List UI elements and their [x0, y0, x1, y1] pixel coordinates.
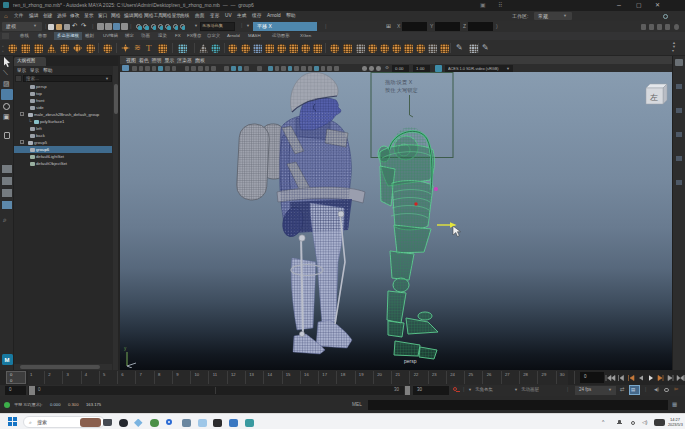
svg-text:拖动:设置 X: 拖动:设置 X — [385, 79, 413, 85]
svg-text:persp: persp — [404, 358, 417, 364]
svg-text:按住 大写锁定: 按住 大写锁定 — [385, 87, 418, 94]
svg-text:左: 左 — [650, 93, 658, 102]
svg-text:y: y — [124, 346, 127, 351]
